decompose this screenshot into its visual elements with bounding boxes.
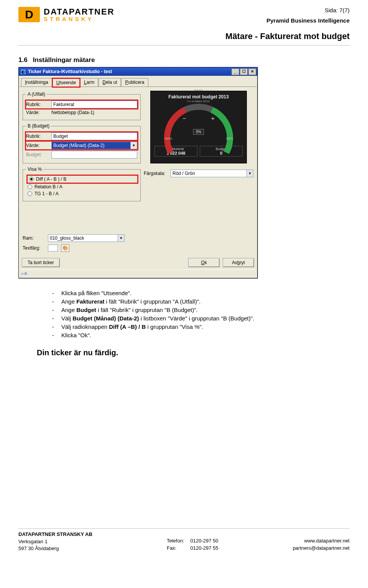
instruction-item: -Ange Fakturerat i fält "Rubrik" i grupp… xyxy=(52,298,350,305)
tab-installningar[interactable]: Inställninga xyxy=(21,78,52,87)
instruction-item: -Ange Budget i fält "Rubrik" i gruppruta… xyxy=(52,307,350,313)
radio-tg-label: TG 1 - B / A xyxy=(34,191,59,196)
b-varde-select[interactable]: Budget (Månad) (Data-2) xyxy=(51,142,131,149)
textfarg-label: Textfärg: xyxy=(23,245,45,251)
a-varde-value: Nettobelopp (Data-1) xyxy=(51,110,94,115)
gauge-readout: 0% xyxy=(193,129,204,135)
logo-text-sub: STRANSKY xyxy=(44,16,115,22)
a-rubrik-input[interactable]: Fakturerat xyxy=(51,101,137,108)
logo-text-top: DATAPARTNER xyxy=(44,8,115,16)
header-separator xyxy=(18,45,350,46)
b-budget-input[interactable] xyxy=(51,151,137,158)
footer-fax-label: Fax: xyxy=(167,545,184,552)
group-a-utfall: A (Utfall) Rubrik: Fakturerat Värde: Net… xyxy=(23,91,141,120)
page-footer: DATAPARTNER STRANSKY AB Verksgatan 1 597… xyxy=(18,528,350,559)
logo-mark: D xyxy=(18,7,40,22)
gauge-plus-icon: + xyxy=(211,115,215,122)
radio-relation-label: Relation B / A xyxy=(34,184,62,189)
tabs-row: Inställninga Utseende Larm Dela ut Publi… xyxy=(20,77,256,87)
status-refresh-icon[interactable]: »❄ xyxy=(21,271,28,276)
b-budget-label: Budget: xyxy=(26,152,48,157)
section-heading: 1.6 Inställningar mätare xyxy=(18,56,350,64)
radio-diff[interactable] xyxy=(29,177,34,181)
radio-relation[interactable] xyxy=(28,185,32,189)
drag-grip-icon[interactable] xyxy=(194,90,203,92)
gauge-right-tick: 50% xyxy=(226,137,233,140)
instruction-item: -Klicka på fliken "Utseende". xyxy=(52,290,350,296)
remove-ticker-button[interactable]: Ta bort ticker xyxy=(22,258,60,267)
tab-utseende[interactable]: Utseende xyxy=(53,78,80,87)
radio-diff-label: Diff ( A - B ) / B xyxy=(36,176,66,182)
b-rubrik-label: Rubrik: xyxy=(26,134,48,139)
gauge-left-tick: -50% xyxy=(164,137,172,140)
ram-select[interactable]: 010_gloss_black xyxy=(48,234,118,242)
window-statusbar: »❄ xyxy=(20,270,256,277)
close-button[interactable]: ✕ xyxy=(248,69,256,75)
instruction-item: -Klicka "Ok". xyxy=(52,332,350,338)
radio-tg[interactable] xyxy=(28,191,32,196)
minimize-button[interactable]: __ xyxy=(232,69,239,75)
gauge-title: Fakturerat mot budget 2013 xyxy=(168,94,228,100)
instruction-item: -Välj Budget (Månad) (Data-2) i listboxe… xyxy=(52,315,350,322)
ticker-window: ◐ Ticker Faktura-/Kvittoarkivstudio - te… xyxy=(18,67,258,278)
palette-button[interactable]: 🎨 xyxy=(61,244,69,252)
cancel-button[interactable]: Avbryt xyxy=(223,258,254,267)
b-varde-dropdown-icon[interactable]: ▼ xyxy=(130,142,137,149)
footer-addr2: 597 30 Åtvidaberg xyxy=(18,545,92,552)
b-rubrik-input[interactable]: Budget xyxy=(51,132,137,140)
window-app-icon: ◐ xyxy=(20,69,26,75)
footer-company: DATAPARTNER STRANSKY AB xyxy=(18,531,92,538)
group-visa: Visa % Diff ( A - B ) / B Relation B / A… xyxy=(23,167,141,201)
instruction-list: -Klicka på fliken "Utseende".-Ange Faktu… xyxy=(37,290,350,338)
tab-larm[interactable]: Larm xyxy=(80,78,98,87)
ram-label: Ram: xyxy=(23,235,45,241)
done-line: Din ticker är nu färdig. xyxy=(37,348,350,357)
footer-fax: 0120-297 55 xyxy=(191,545,219,552)
group-visa-legend: Visa % xyxy=(26,167,43,172)
ok-button[interactable]: Ok xyxy=(188,258,220,267)
footer-tel-label: Telefon: xyxy=(167,537,184,544)
tab-delaut[interactable]: Dela ut xyxy=(99,78,121,87)
footer-addr1: Verksgatan 1 xyxy=(18,538,92,545)
colorscale-label: Färgskala: xyxy=(144,171,168,176)
tab-publicera[interactable]: Publicera xyxy=(121,78,148,87)
instruction-item: -Välj radioknappen Diff (A –B) / B i gru… xyxy=(52,323,350,330)
gauge-minus-icon: − xyxy=(182,115,186,122)
footer-email: partners@datapartner.net xyxy=(293,545,350,552)
logo: D DATAPARTNER STRANSKY xyxy=(18,7,115,22)
doc-title: Mätare - Fakturerat mot budget xyxy=(18,31,350,41)
colorscale-dropdown-icon[interactable]: ▼ xyxy=(246,170,253,177)
a-rubrik-label: Rubrik: xyxy=(26,102,48,107)
gauge-subtitle: f o m Mars 2013 xyxy=(187,100,210,103)
b-varde-label: Värde: xyxy=(26,143,48,148)
textcolor-swatch[interactable] xyxy=(48,245,58,252)
footer-url: www.datapartner.net xyxy=(293,537,350,544)
page-number: Sida: 7(7) xyxy=(266,7,350,13)
group-b-legend: B (Budget) xyxy=(26,123,51,129)
window-titlebar[interactable]: ◐ Ticker Faktura-/Kvittoarkivstudio - te… xyxy=(19,67,257,76)
header-bi-line: Pyramid Business Intelligence xyxy=(266,17,350,24)
maximize-button[interactable]: ☐ xyxy=(240,69,248,75)
ram-dropdown-icon[interactable]: ▼ xyxy=(118,234,125,242)
window-title: Ticker Faktura-/Kvittoarkivstudio - test xyxy=(28,69,112,74)
footer-tel: 0120-297 50 xyxy=(191,537,219,544)
gauge-preview: Fakturerat mot budget 2013 f o m Mars 20… xyxy=(150,91,247,163)
a-varde-label: Värde: xyxy=(26,110,48,115)
group-b-budget: B (Budget) Rubrik: Budget Värde: Budget … xyxy=(23,123,141,163)
group-a-legend: A (Utfall) xyxy=(26,91,47,97)
colorscale-select[interactable]: Röd / Grön xyxy=(171,170,247,177)
